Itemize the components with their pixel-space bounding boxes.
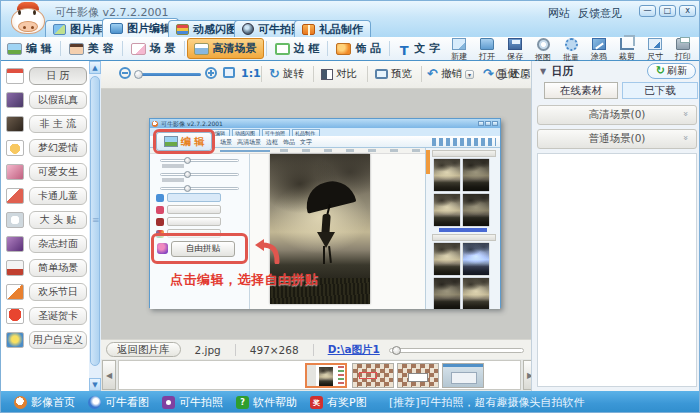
sidebar-item-calendar[interactable]: 日 历 [1, 65, 89, 87]
sidebar-item-simple-scene[interactable]: 简单场景 [1, 257, 89, 279]
resize-button[interactable]: 尺寸 [641, 38, 669, 63]
title-bar: 可牛影像 v2.7.2.2001 网站 反馈意见 — □ x 图片库 图片编辑 … [1, 1, 700, 37]
zoom-slider-knob[interactable] [134, 70, 143, 79]
tab-gift-making[interactable]: 礼品制作 [294, 20, 371, 37]
back-to-library-button[interactable]: 返回图片库 [106, 342, 181, 357]
close-button[interactable]: x [679, 5, 696, 17]
filmstrip-thumb-selected[interactable] [305, 363, 347, 388]
undo-button[interactable]: ↶撤销▾ [427, 67, 474, 81]
status-help-link[interactable]: ?软件帮助 [236, 395, 297, 410]
tool-scene[interactable]: 场 景 [125, 39, 182, 58]
batch-button[interactable]: 批量 [557, 38, 585, 63]
sidebar-item-cute-girl[interactable]: 可爱女生 [1, 161, 89, 183]
zoom-slider[interactable] [135, 73, 201, 76]
image-canvas[interactable]: 可牛影像 v2.7.2.2001 图片库 图片编辑 动感闪图 可牛拍照 礼品制作… [101, 89, 531, 339]
sidebar-scrollbar[interactable]: ▲ ▼ [89, 61, 101, 391]
mini-free-collage-button: 自由拼贴 [171, 241, 235, 257]
scroll-down-icon[interactable]: ▼ [89, 378, 101, 391]
print-button[interactable]: 打印 [669, 38, 697, 63]
tool-decoration[interactable]: 饰 品 [330, 39, 387, 58]
sidebar-item-christmas-card[interactable]: 圣诞贺卡 [1, 305, 89, 327]
undo-icon: ↶ [427, 68, 438, 80]
filmstrip-thumb[interactable] [352, 363, 394, 388]
promo-text[interactable]: [推荐]可牛拍照，超有趣摄像头自拍软件 [389, 395, 585, 410]
sidebar-item-non-mainstream[interactable]: 非 主 流 [1, 113, 89, 135]
filmstrip-left-icon[interactable]: ◀ [102, 360, 116, 390]
zoom-in-icon [205, 67, 217, 79]
tool-edit[interactable]: 编 辑 [1, 39, 58, 58]
minimize-button[interactable]: — [639, 5, 656, 17]
annotation-arrow-icon [254, 238, 280, 264]
tool-beauty[interactable]: 美 容 [63, 39, 120, 58]
sidebar-item-user-custom[interactable]: 用户自定义 [1, 329, 89, 351]
mini-window-controls [478, 121, 498, 126]
section-normal-scenes[interactable]: 普通场景(0)» [537, 129, 697, 149]
doodle-pen-icon [592, 38, 606, 50]
thumbnail-slider-knob[interactable] [392, 346, 401, 355]
mini-title-bar: 可牛影像 v2.7.2.2001 [150, 119, 500, 128]
save-button[interactable]: 保存 [501, 38, 529, 63]
feedback-link[interactable]: 反馈意见 [578, 6, 622, 21]
non-mainstream-thumb-icon [6, 116, 24, 132]
library-icon [53, 24, 66, 35]
expand-chevrons-icon: » [681, 135, 691, 141]
beauty-face-icon [69, 43, 84, 55]
sidebar-item-dream-love[interactable]: 梦幻爱情 [1, 137, 89, 159]
zoom-in-button[interactable] [205, 67, 217, 79]
status-home-link[interactable]: 影像首页 [14, 395, 75, 410]
refresh-icon: ↻ [656, 66, 665, 76]
tool-text[interactable]: 文 字 [392, 39, 446, 58]
sidebar-item-festival[interactable]: 欢乐节日 [1, 281, 89, 303]
undo-dropdown-icon[interactable]: ▾ [465, 70, 474, 79]
prize-icon: 奖 [310, 396, 323, 409]
compare-button[interactable]: 对比 [321, 67, 357, 81]
panel-collapse-icon[interactable]: ▼ [540, 67, 546, 76]
status-camera-link[interactable]: 可牛拍照 [162, 395, 223, 410]
filmstrip-thumb[interactable] [442, 363, 484, 388]
crop-icon [620, 38, 634, 50]
zoom-ratio-button[interactable]: 1:1 [241, 67, 261, 80]
edit-icon [110, 23, 123, 34]
scroll-up-icon[interactable]: ▲ [89, 61, 101, 74]
sidebar-item-cartoon-kids[interactable]: 卡通儿童 [1, 185, 89, 207]
restore-button[interactable]: ○还原 [495, 67, 530, 81]
refresh-button[interactable]: ↻ 刷新 [647, 63, 696, 79]
thumbnail-size-slider[interactable] [389, 348, 524, 353]
filmstrip-thumb[interactable] [397, 363, 439, 388]
section-hd-scenes[interactable]: 高清场景(0)» [537, 105, 697, 125]
cutout-icon [537, 38, 550, 51]
new-button[interactable]: 新建 [445, 38, 473, 63]
zoom-out-button[interactable] [119, 67, 131, 79]
mini-right-panel [425, 148, 500, 309]
scrollbar-thumb[interactable] [90, 76, 100, 366]
preview-monitor-icon [375, 69, 388, 79]
website-link[interactable]: 网站 [548, 6, 570, 21]
sidebar-item-photo-sticker[interactable]: 大 头 贴 [1, 209, 89, 231]
doodle-button[interactable]: 涂鸦 [585, 38, 613, 63]
tool-border[interactable]: 边 框 [269, 39, 326, 58]
status-prize-link[interactable]: 奖有奖P图 [310, 395, 367, 410]
sidebar-item-magazine-cover[interactable]: 杂志封面 [1, 233, 89, 255]
cartoon-kids-thumb-icon [6, 188, 24, 204]
tab-online-material[interactable]: 在线素材 [544, 82, 618, 99]
crop-button[interactable]: 裁剪 [613, 38, 641, 63]
rotate-button[interactable]: ↻旋转 [269, 67, 304, 81]
camera-icon [162, 396, 175, 409]
filmstrip: ◀ ▶ [101, 359, 531, 391]
preview-button[interactable]: 预览 [375, 67, 412, 81]
cutout-button[interactable]: 抠图 [529, 38, 557, 63]
maximize-button[interactable]: □ [659, 5, 676, 17]
tool-hd-scene[interactable]: 高清场景 [187, 38, 264, 59]
open-folder-icon [480, 38, 494, 50]
fit-screen-button[interactable] [223, 67, 235, 78]
mini-edit-button: 编 辑 [156, 132, 212, 151]
file-path-link[interactable]: D:\a图片1 [328, 343, 380, 357]
flash-icon [176, 24, 189, 35]
status-viewer-link[interactable]: 可牛看图 [88, 395, 149, 410]
tab-downloaded[interactable]: 已下载 [622, 82, 698, 99]
edit-photo-icon [7, 43, 22, 55]
sidebar-item-realistic[interactable]: 以假乱真 [1, 89, 89, 111]
dream-love-thumb-icon [6, 140, 24, 156]
batch-gear-icon [565, 38, 578, 51]
open-button[interactable]: 打开 [473, 38, 501, 63]
